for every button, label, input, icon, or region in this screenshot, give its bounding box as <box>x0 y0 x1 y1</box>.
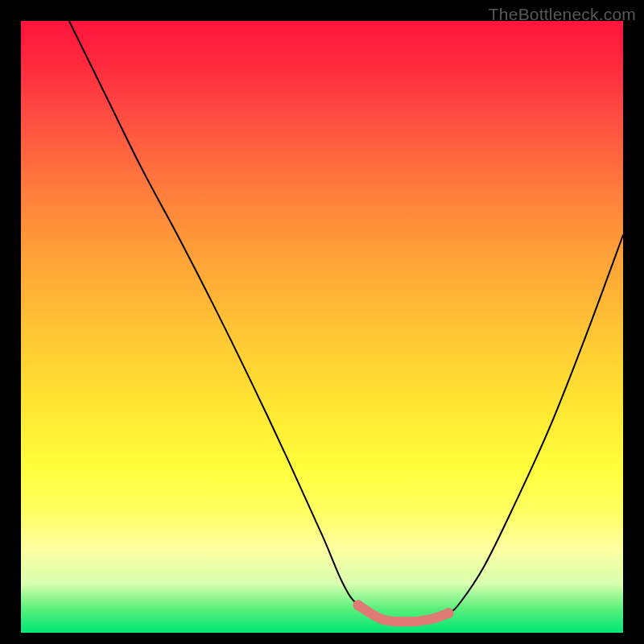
plot-area <box>21 21 623 633</box>
watermark-text: TheBottleneck.com <box>489 5 636 24</box>
